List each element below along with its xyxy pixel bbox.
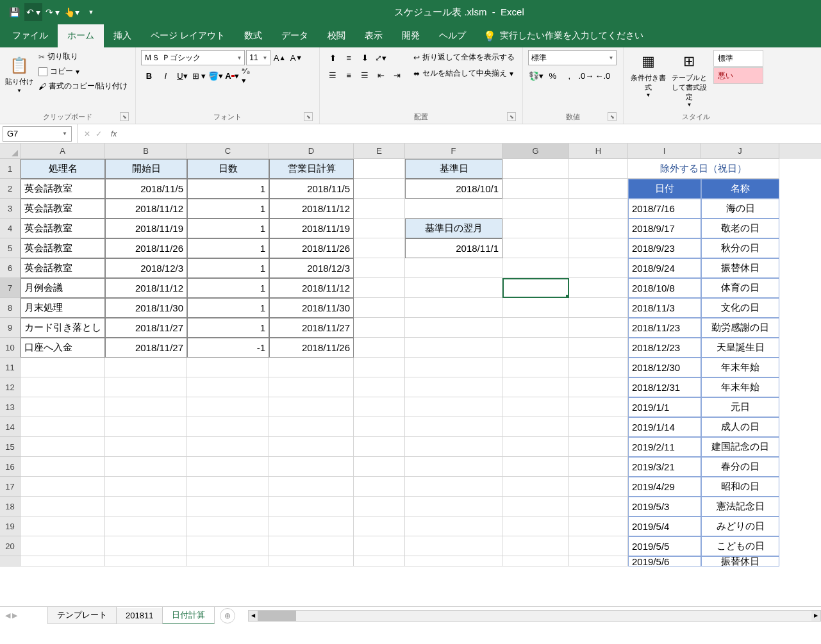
phonetic-button[interactable]: ᵃ⁄ₐ ▾: [241, 68, 256, 83]
font-launcher[interactable]: ⬊: [304, 112, 313, 121]
row-header-10[interactable]: 10: [0, 338, 21, 358]
cell-G3[interactable]: [502, 199, 569, 219]
cell-G18[interactable]: [502, 497, 569, 516]
cell-I20[interactable]: 2019/5/5: [628, 536, 701, 556]
cell-F20[interactable]: [405, 536, 502, 556]
tab-insert[interactable]: 挿入: [104, 24, 141, 47]
cell-H5[interactable]: [569, 238, 628, 258]
cell-D3[interactable]: 2018/11/12: [269, 199, 354, 219]
tab-review[interactable]: 校閲: [318, 24, 355, 47]
increase-font-button[interactable]: A▲: [272, 50, 287, 65]
cell-E5[interactable]: [354, 238, 405, 258]
scroll-right-button[interactable]: ▶: [811, 611, 820, 621]
cell-A8[interactable]: 月末処理: [21, 298, 105, 318]
cell-D2[interactable]: 2018/11/5: [269, 179, 354, 199]
font-name-select[interactable]: ＭＳ Ｐゴシック▼: [141, 50, 245, 65]
cell-F3[interactable]: [405, 199, 502, 219]
cell-C12[interactable]: [187, 377, 269, 397]
cell-H19[interactable]: [569, 516, 628, 536]
cell-D5[interactable]: 2018/11/26: [269, 238, 354, 258]
cell-D6[interactable]: 2018/12/3: [269, 258, 354, 278]
cell-C6[interactable]: 1: [187, 258, 269, 278]
cell-D12[interactable]: [269, 377, 354, 397]
col-header-E[interactable]: E: [354, 144, 405, 159]
cell-A2[interactable]: 英会話教室: [21, 179, 105, 199]
cell-H16[interactable]: [569, 457, 628, 477]
row-header-9[interactable]: 9: [0, 318, 21, 338]
cell-F21[interactable]: [405, 556, 502, 566]
format-painter-button[interactable]: 書式のコピー/貼り付け: [36, 79, 130, 93]
cell-B17[interactable]: [105, 477, 187, 497]
percent-button[interactable]: %: [545, 68, 560, 83]
cell-C13[interactable]: [187, 397, 269, 417]
cell-J7[interactable]: 体育の日: [701, 278, 779, 298]
cell-A13[interactable]: [21, 397, 105, 417]
cell-I12[interactable]: 2018/12/31: [628, 377, 701, 397]
cell-G12[interactable]: [502, 377, 569, 397]
cell-D1[interactable]: 営業日計算: [269, 159, 354, 179]
align-bottom-button[interactable]: ⬇: [357, 50, 372, 65]
cell-I16[interactable]: 2019/3/21: [628, 457, 701, 477]
cell-C16[interactable]: [187, 457, 269, 477]
cell-C11[interactable]: [187, 358, 269, 377]
cell-G21[interactable]: [502, 556, 569, 566]
font-size-select[interactable]: 11▼: [246, 50, 270, 65]
cell-G7[interactable]: [502, 278, 569, 298]
cell-A14[interactable]: [21, 417, 105, 437]
row-header-17[interactable]: 17: [0, 477, 21, 497]
cell-C1[interactable]: 日数: [187, 159, 269, 179]
cell-H15[interactable]: [569, 437, 628, 457]
italic-button[interactable]: I: [158, 68, 173, 83]
cell-C17[interactable]: [187, 477, 269, 497]
cell-E18[interactable]: [354, 497, 405, 516]
cell-C5[interactable]: 1: [187, 238, 269, 258]
tab-formulas[interactable]: 数式: [235, 24, 272, 47]
cell-H8[interactable]: [569, 298, 628, 318]
cell-H18[interactable]: [569, 497, 628, 516]
tab-data[interactable]: データ: [272, 24, 318, 47]
row-header-19[interactable]: 19: [0, 516, 21, 536]
cell-D16[interactable]: [269, 457, 354, 477]
paste-button[interactable]: 📋 貼り付け ▼: [5, 50, 33, 99]
col-header-J[interactable]: J: [701, 144, 779, 159]
cell-I11[interactable]: 2018/12/30: [628, 358, 701, 377]
cell-E2[interactable]: [354, 179, 405, 199]
col-header-F[interactable]: F: [405, 144, 502, 159]
cell-H14[interactable]: [569, 417, 628, 437]
cell-I10[interactable]: 2018/12/23: [628, 338, 701, 358]
cell-G6[interactable]: [502, 258, 569, 278]
cell-J6[interactable]: 振替休日: [701, 258, 779, 278]
cell-G10[interactable]: [502, 338, 569, 358]
cell-B5[interactable]: 2018/11/26: [105, 238, 187, 258]
align-middle-button[interactable]: ≡: [341, 50, 356, 65]
cell-D9[interactable]: 2018/11/27: [269, 318, 354, 338]
cell-G13[interactable]: [502, 397, 569, 417]
cell-B13[interactable]: [105, 397, 187, 417]
cell-A10[interactable]: 口座へ入金: [21, 338, 105, 358]
align-right-button[interactable]: ☰: [357, 67, 372, 83]
cell-D17[interactable]: [269, 477, 354, 497]
cell-A17[interactable]: [21, 477, 105, 497]
align-left-button[interactable]: ☰: [325, 67, 340, 83]
cell-F2[interactable]: 2018/10/1: [405, 179, 502, 199]
increase-decimal-button[interactable]: .0→: [578, 68, 593, 83]
cell-A6[interactable]: 英会話教室: [21, 258, 105, 278]
cell-C14[interactable]: [187, 417, 269, 437]
col-header-I[interactable]: I: [628, 144, 701, 159]
copy-button[interactable]: コピー ▾: [36, 65, 130, 78]
cell-F19[interactable]: [405, 516, 502, 536]
cell-E6[interactable]: [354, 258, 405, 278]
borders-button[interactable]: ⊞ ▾: [191, 68, 206, 83]
cell-D8[interactable]: 2018/11/30: [269, 298, 354, 318]
col-header-A[interactable]: A: [21, 144, 105, 159]
cell-G5[interactable]: [502, 238, 569, 258]
cell-G11[interactable]: [502, 358, 569, 377]
cell-G17[interactable]: [502, 477, 569, 497]
tab-file[interactable]: ファイル: [3, 24, 58, 47]
row-header-6[interactable]: 6: [0, 258, 21, 278]
conditional-formatting-button[interactable]: ▦ 条件付き書式▼: [629, 50, 667, 98]
cell-F12[interactable]: [405, 377, 502, 397]
row-header-13[interactable]: 13: [0, 397, 21, 417]
cell-H20[interactable]: [569, 536, 628, 556]
cell-B21[interactable]: [105, 556, 187, 566]
